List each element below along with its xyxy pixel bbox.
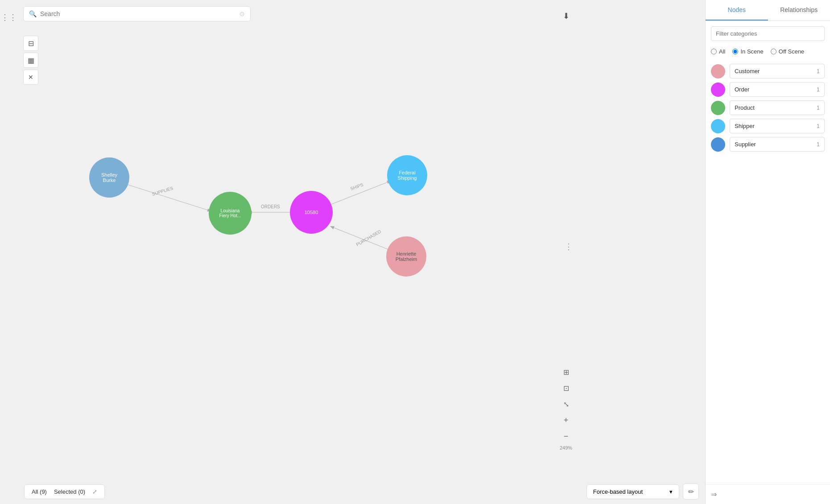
edges-svg bbox=[18, 26, 705, 479]
search-icon: 🔍 bbox=[29, 10, 37, 17]
edge-label-orders: ORDERS bbox=[261, 204, 280, 209]
edge-label-ships: SHIPS bbox=[350, 182, 364, 191]
category-count-order: 1 bbox=[817, 86, 820, 93]
category-dot-shipper bbox=[711, 119, 725, 133]
selected-count-label: Selected (0) bbox=[54, 488, 85, 495]
left-toggle-panel: ⋮⋮ bbox=[0, 0, 18, 504]
expand-view-button[interactable]: ⤡ bbox=[559, 397, 573, 411]
node-shelley-burke[interactable]: Shelley Burke bbox=[89, 157, 129, 198]
node-product-label: Louisiana Fiery Hot... bbox=[218, 207, 243, 220]
top-bar: 🔍 ⊙ bbox=[18, 0, 705, 26]
bottom-bar: All (9) Selected (0) ⤢ Force-based layou… bbox=[18, 479, 705, 504]
right-sidebar: Nodes Relationships All In Scene Off Sce… bbox=[705, 0, 830, 504]
radio-in-scene-input[interactable] bbox=[732, 49, 738, 54]
category-label-box-customer: Customer 1 bbox=[730, 64, 825, 78]
category-item-order[interactable]: Order 1 bbox=[711, 82, 825, 97]
category-label-order: Order bbox=[735, 86, 749, 93]
category-dot-order bbox=[711, 83, 725, 97]
category-item-supplier[interactable]: Supplier 1 bbox=[711, 137, 825, 152]
edge-label-purchased: PURCHASED bbox=[355, 229, 382, 247]
edge-label-supplies: SUPPLIES bbox=[151, 186, 173, 197]
radio-in-scene[interactable]: In Scene bbox=[732, 48, 763, 55]
left-panel-toggle-icon[interactable]: ⋮⋮ bbox=[1, 12, 17, 22]
layout-select[interactable]: Force-based layout ▾ bbox=[586, 484, 679, 499]
node-shelley-label: Shelley Burke bbox=[101, 172, 117, 183]
fit-view-button[interactable]: ⊞ bbox=[559, 365, 573, 379]
category-count-customer: 1 bbox=[817, 68, 820, 74]
collapse-sidebar-button[interactable]: ⇒ bbox=[706, 484, 830, 504]
category-label-customer: Customer bbox=[735, 68, 760, 74]
category-list: Customer 1 Order 1 Product 1 Shipper 1 S… bbox=[706, 60, 830, 484]
radio-all-label: All bbox=[719, 48, 725, 55]
search-input[interactable] bbox=[40, 10, 236, 17]
radio-off-scene[interactable]: Off Scene bbox=[771, 48, 805, 55]
main-canvas-area: 🔍 ⊙ ⊟ ▦ ✕ bbox=[18, 0, 705, 504]
category-label-box-shipper: Shipper 1 bbox=[730, 119, 825, 133]
category-dot-supplier bbox=[711, 137, 725, 152]
radio-all[interactable]: All bbox=[711, 48, 725, 55]
zoom-in-button[interactable]: + bbox=[559, 413, 573, 427]
layout-label: Force-based layout bbox=[593, 488, 643, 495]
download-button[interactable]: ⬇ bbox=[559, 9, 573, 23]
category-dot-product bbox=[711, 101, 725, 115]
sidebar-tabs: Nodes Relationships bbox=[706, 0, 830, 21]
collapse-icon: ⇒ bbox=[711, 490, 717, 499]
category-label-box-order: Order 1 bbox=[730, 82, 825, 97]
search-box: 🔍 ⊙ bbox=[23, 6, 251, 21]
category-item-product[interactable]: Product 1 bbox=[711, 100, 825, 115]
category-label-box-supplier: Supplier 1 bbox=[730, 137, 825, 152]
center-view-button[interactable]: ⊡ bbox=[559, 381, 573, 395]
radio-off-scene-label: Off Scene bbox=[779, 48, 805, 55]
node-henriette[interactable]: Henriette Pfalzheim bbox=[386, 236, 426, 277]
context-menu-button[interactable]: ⋮ bbox=[565, 242, 573, 252]
radio-in-scene-label: In Scene bbox=[740, 48, 763, 55]
node-product[interactable]: Louisiana Fiery Hot... bbox=[209, 192, 252, 235]
category-label-shipper: Shipper bbox=[735, 123, 755, 129]
zoom-level-display: 249% bbox=[560, 445, 572, 450]
category-item-shipper[interactable]: Shipper 1 bbox=[711, 119, 825, 133]
node-federal-shipping[interactable]: Federal Shipping bbox=[387, 155, 427, 195]
scene-filter-radio-group: All In Scene Off Scene bbox=[706, 46, 830, 60]
category-dot-customer bbox=[711, 64, 725, 78]
expand-icon[interactable]: ⤢ bbox=[92, 488, 97, 495]
node-order[interactable]: 10580 bbox=[290, 191, 333, 234]
tab-nodes[interactable]: Nodes bbox=[706, 0, 768, 21]
category-item-customer[interactable]: Customer 1 bbox=[711, 64, 825, 78]
category-count-supplier: 1 bbox=[817, 141, 820, 148]
layout-chevron-icon: ▾ bbox=[669, 488, 673, 495]
category-count-shipper: 1 bbox=[817, 123, 820, 129]
radio-all-input[interactable] bbox=[711, 49, 717, 54]
selection-info: All (9) Selected (0) ⤢ bbox=[24, 484, 105, 499]
node-order-label: 10580 bbox=[305, 210, 318, 215]
tab-relationships[interactable]: Relationships bbox=[768, 0, 830, 21]
radio-off-scene-input[interactable] bbox=[771, 49, 776, 54]
category-label-supplier: Supplier bbox=[735, 141, 756, 148]
node-henriette-label: Henriette Pfalzheim bbox=[396, 251, 417, 262]
clear-search-icon[interactable]: ⊙ bbox=[240, 10, 245, 17]
mini-toolbar: ⊞ ⊡ ⤡ + − 249% bbox=[559, 365, 573, 450]
category-label-box-product: Product 1 bbox=[730, 100, 825, 115]
edit-layout-button[interactable]: ✏ bbox=[683, 483, 699, 500]
all-count-label: All (9) bbox=[32, 488, 47, 495]
zoom-out-button[interactable]: − bbox=[559, 429, 573, 443]
category-count-product: 1 bbox=[817, 104, 820, 111]
category-label-product: Product bbox=[735, 104, 755, 111]
node-federal-label: Federal Shipping bbox=[398, 170, 417, 181]
filter-categories-input[interactable] bbox=[711, 26, 825, 41]
graph-canvas: SUPPLIES ORDERS SHIPS PURCHASED Shelley … bbox=[18, 26, 705, 479]
